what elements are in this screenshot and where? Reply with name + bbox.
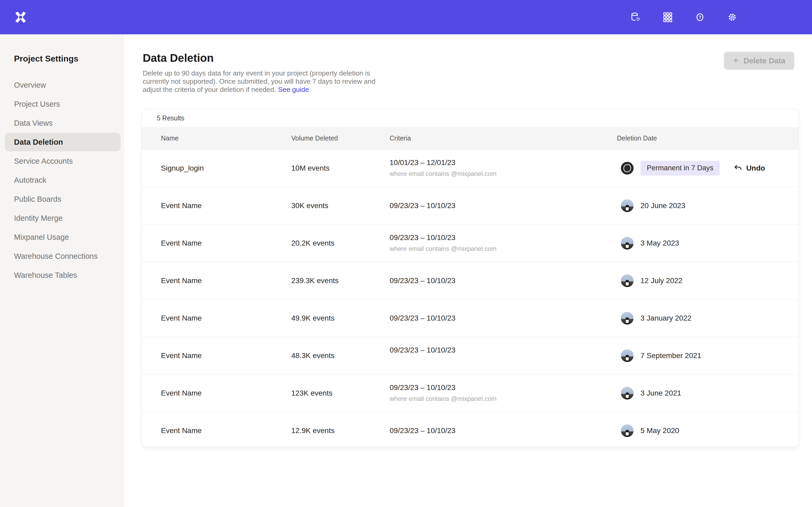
column-header-deletion-date: Deletion Date [617,134,799,142]
column-header-name: Name [142,134,291,142]
criteria-cell: 09/23/23 – 10/10/23 [390,346,617,365]
table-row: Event Name 123K events 09/23/23 – 10/10/… [142,374,799,412]
mixpanel-logo-icon [14,10,28,24]
criteria-range: 09/23/23 – 10/10/23 [390,202,617,210]
page-header: Data Deletion Delete up to 90 days data … [124,34,812,94]
criteria-range: 09/23/23 – 10/10/23 [390,233,617,242]
deletion-date-cell: 5 May 2020 [617,425,799,437]
volume-deleted-cell: 30K events [291,202,390,210]
sidebar-item-overview[interactable]: Overview [5,76,120,94]
column-header-criteria: Criteria [390,134,617,142]
apps-grid-button[interactable] [661,11,674,23]
volume-deleted-cell: 239.3K events [291,277,390,285]
user-avatar [621,387,633,399]
criteria-condition [390,357,617,365]
sidebar-title: Project Settings [14,54,124,64]
delete-data-label: Delete Data [744,57,785,65]
table-row: Event Name 48.3K events 09/23/23 – 10/10… [142,337,799,374]
table-row: Event Name 20.2K events 09/23/23 – 10/10… [142,224,799,262]
sidebar-item-data-views[interactable]: Data Views [5,114,120,132]
event-name-cell: Event Name [142,427,291,435]
page-title: Data Deletion [143,52,812,64]
delete-data-button[interactable]: + Delete Data [724,52,794,70]
user-avatar [621,200,633,212]
deletion-date-text: 3 May 2023 [641,239,679,247]
help-button[interactable]: ? [694,11,706,23]
criteria-cell: 09/23/23 – 10/10/23 where email contains… [390,383,617,403]
undo-icon [733,164,743,173]
deletion-date-text: 12 July 2022 [641,277,682,285]
criteria-range: 09/23/23 – 10/10/23 [390,314,617,323]
criteria-range: 09/23/23 – 10/10/23 [390,346,617,354]
event-name-cell: Signup_login [142,164,291,172]
table-row: Event Name 239.3K events 09/23/23 – 10/1… [142,262,799,299]
criteria-cell: 10/01/23 – 12/01/23 where email contains… [390,158,617,178]
column-header-volume: Volume Deleted [291,134,390,142]
event-name-cell: Event Name [142,389,291,397]
deletion-date-text: 3 June 2021 [641,389,681,397]
event-name-cell: Event Name [142,202,291,210]
user-avatar [621,274,633,287]
table-header: Name Volume Deleted Criteria Deletion Da… [142,127,799,149]
svg-text:?: ? [699,15,701,20]
user-avatar [621,162,633,175]
table-body: Signup_login 10M events 10/01/23 – 12/01… [142,149,799,447]
undo-label: Undo [746,164,765,172]
description-line-3: adjust the criteria of your deletion if … [143,86,276,94]
main-content: Data Deletion Delete up to 90 days data … [124,34,812,507]
results-count: 5 Results [157,114,184,122]
table-row: Event Name 12.9K events 09/23/23 – 10/10… [142,412,799,447]
sidebar: Project Settings OverviewProject UsersDa… [0,34,124,507]
user-avatar [621,312,633,325]
sidebar-item-warehouse-connections[interactable]: Warehouse Connections [5,247,120,265]
deletion-date-cell: 20 June 2023 [617,200,799,212]
results-bar: 5 Results [142,109,799,127]
volume-deleted-cell: 49.9K events [291,314,390,323]
user-avatar [621,349,633,362]
database-gear-icon [629,11,642,23]
sidebar-item-public-boards[interactable]: Public Boards [5,190,120,208]
deletion-date-cell: 3 May 2023 [617,237,799,249]
volume-deleted-cell: 123K events [291,389,390,397]
sidebar-item-mixpanel-usage[interactable]: Mixpanel Usage [5,228,120,246]
criteria-condition: where email contains @mixpanel.com [390,395,617,403]
topbar: ? [0,0,812,34]
deletion-date-text: 20 June 2023 [641,202,686,210]
undo-button[interactable]: Undo [733,164,765,173]
sidebar-item-warehouse-tables[interactable]: Warehouse Tables [5,266,120,284]
see-guide-link[interactable]: See guide [278,86,309,94]
criteria-range: 09/23/23 – 10/10/23 [390,277,617,285]
table-row: Event Name 49.9K events 09/23/23 – 10/10… [142,299,799,337]
page-description: Delete up to 90 days data for any event … [143,69,386,94]
criteria-condition: where email contains @mixpanel.com [390,170,617,178]
criteria-cell: 09/23/23 – 10/10/23 [390,427,617,435]
sidebar-item-project-users[interactable]: Project Users [5,95,120,113]
user-avatar [621,237,633,249]
deletion-date-text: 7 September 2021 [641,351,701,360]
sidebar-item-identity-merge[interactable]: Identity Merge [5,209,120,227]
sidebar-item-autotrack[interactable]: Autotrack [5,171,120,189]
event-name-cell: Event Name [142,277,291,285]
deletion-date-cell: 3 January 2022 [617,312,799,325]
criteria-range: 09/23/23 – 10/10/23 [390,427,617,435]
status-badge: Permanent in 7 Days [641,161,720,176]
settings-button[interactable] [726,11,739,23]
help-icon: ? [694,11,706,23]
sidebar-menu: OverviewProject UsersData ViewsData Dele… [0,76,124,284]
user-avatar [621,425,633,437]
event-name-cell: Event Name [142,351,291,360]
deletion-date-cell: Permanent in 7 Days Undo [617,161,799,176]
mixpanel-logo[interactable] [14,10,28,24]
volume-deleted-cell: 48.3K events [291,351,390,360]
criteria-cell: 09/23/23 – 10/10/23 [390,277,617,285]
deletion-date-text: 3 January 2022 [641,314,692,323]
topbar-icons: ? [629,11,739,23]
sidebar-item-data-deletion[interactable]: Data Deletion [5,133,120,151]
apps-grid-icon [661,11,674,23]
sidebar-item-service-accounts[interactable]: Service Accounts [5,152,120,170]
criteria-range: 10/01/23 – 12/01/23 [390,158,617,167]
results-card: 5 Results Name Volume Deleted Criteria D… [142,109,799,447]
description-line-2: currently not supported). Once submitted… [143,77,375,85]
data-management-button[interactable] [629,11,642,23]
volume-deleted-cell: 20.2K events [291,239,390,247]
